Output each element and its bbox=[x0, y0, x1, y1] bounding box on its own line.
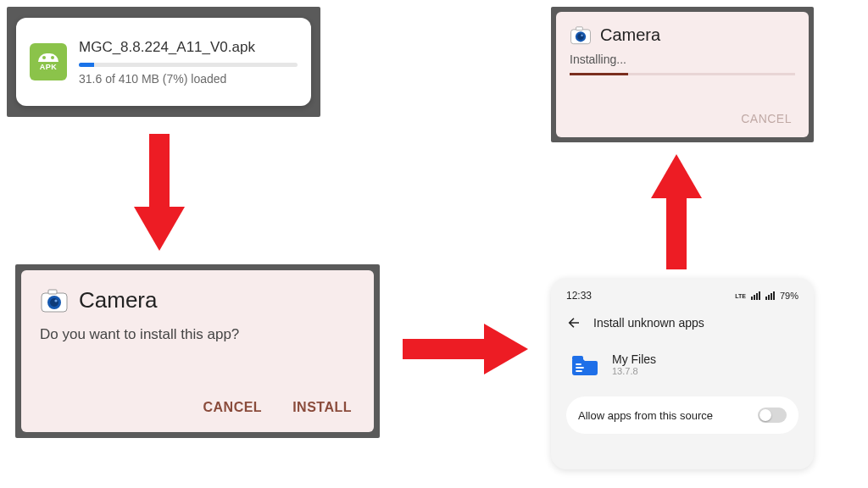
download-progress-fill bbox=[79, 63, 94, 67]
install-prompt-header: Camera bbox=[40, 286, 355, 314]
battery-text: 79% bbox=[780, 291, 798, 301]
svg-rect-0 bbox=[149, 134, 170, 210]
app-info: My Files 13.7.8 bbox=[612, 352, 656, 376]
installing-progress-bar bbox=[570, 73, 795, 75]
svg-rect-9 bbox=[666, 195, 687, 269]
flow-arrow-down-1 bbox=[125, 134, 193, 252]
download-card[interactable]: APK MGC_8.8.224_A11_V0.apk 31.6 of 410 M… bbox=[16, 18, 311, 106]
svg-rect-12 bbox=[576, 27, 583, 30]
download-progress-bar bbox=[79, 63, 298, 67]
signal-icon bbox=[751, 291, 760, 300]
app-name: My Files bbox=[612, 352, 656, 366]
app-row: My Files 13.7.8 bbox=[566, 349, 798, 380]
installing-panel: Camera Installing... CANCEL bbox=[551, 7, 814, 142]
back-icon[interactable] bbox=[566, 315, 581, 330]
svg-rect-7 bbox=[403, 339, 487, 359]
download-panel: APK MGC_8.8.224_A11_V0.apk 31.6 of 410 M… bbox=[7, 7, 320, 117]
svg-point-5 bbox=[50, 298, 58, 307]
download-body: MGC_8.8.224_A11_V0.apk 31.6 of 410 MB (7… bbox=[79, 39, 298, 86]
camera-icon bbox=[40, 286, 69, 314]
download-status: 31.6 of 410 MB (7%) loaded bbox=[79, 72, 298, 86]
allow-label: Allow apps from this source bbox=[578, 409, 713, 422]
svg-rect-3 bbox=[48, 290, 57, 294]
settings-header: Install unknown apps bbox=[566, 315, 798, 330]
apk-icon: APK bbox=[30, 43, 67, 80]
install-prompt-message: Do you want to install this app? bbox=[40, 326, 355, 395]
installing-progress-fill bbox=[570, 73, 628, 75]
installing-actions: CANCEL bbox=[570, 108, 795, 129]
svg-marker-1 bbox=[134, 207, 185, 251]
flow-arrow-up bbox=[643, 154, 710, 269]
svg-point-15 bbox=[581, 35, 582, 36]
allow-toggle[interactable] bbox=[758, 408, 787, 423]
install-prompt-title: Camera bbox=[79, 287, 157, 313]
status-bar: 12:33 LTE 79% bbox=[566, 290, 798, 302]
svg-point-14 bbox=[577, 33, 584, 40]
flow-arrow-right bbox=[403, 315, 530, 383]
svg-point-6 bbox=[54, 299, 57, 302]
download-filename: MGC_8.8.224_A11_V0.apk bbox=[79, 39, 298, 56]
allow-row: Allow apps from this source bbox=[566, 396, 798, 434]
install-prompt: Camera Do you want to install this app? … bbox=[21, 270, 374, 432]
apk-icon-label: APK bbox=[40, 63, 58, 71]
install-prompt-panel: Camera Do you want to install this app? … bbox=[15, 264, 380, 438]
installing-title: Camera bbox=[600, 25, 660, 45]
settings-title: Install unknown apps bbox=[593, 316, 704, 330]
toggle-knob bbox=[760, 409, 771, 421]
camera-icon bbox=[570, 24, 592, 46]
install-prompt-actions: CANCEL INSTALL bbox=[40, 395, 355, 420]
cancel-button[interactable]: CANCEL bbox=[199, 395, 265, 420]
installing-status: Installing... bbox=[570, 53, 795, 66]
volte-icon: LTE bbox=[735, 293, 746, 299]
settings-panel: 12:33 LTE 79% Install unknown apps My Fi… bbox=[551, 278, 814, 469]
installing-header: Camera bbox=[570, 24, 795, 46]
app-version: 13.7.8 bbox=[612, 366, 656, 376]
status-indicators: LTE 79% bbox=[735, 291, 798, 301]
installing-dialog: Camera Installing... CANCEL bbox=[556, 12, 809, 137]
svg-marker-10 bbox=[651, 154, 702, 198]
status-time: 12:33 bbox=[566, 290, 592, 302]
folder-icon bbox=[570, 349, 600, 380]
install-button[interactable]: INSTALL bbox=[289, 395, 355, 420]
signal-icon-2 bbox=[765, 291, 775, 300]
svg-marker-8 bbox=[484, 324, 528, 374]
cancel-button[interactable]: CANCEL bbox=[737, 108, 795, 129]
